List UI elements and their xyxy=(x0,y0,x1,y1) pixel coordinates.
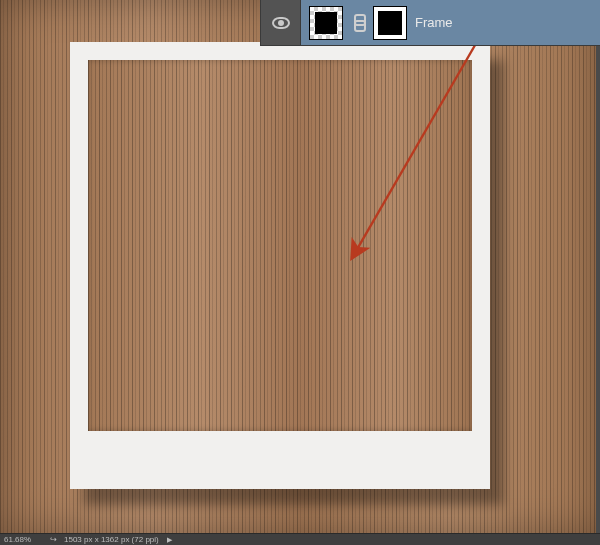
status-bar: 61.68% ↪ 1503 px x 1362 px (72 ppi) ▶ xyxy=(0,533,600,545)
panel-right-edge xyxy=(596,46,600,533)
app-stage: Frame 61.68% ↪ 1503 px x 1362 px (72 ppi… xyxy=(0,0,600,545)
polaroid-frame[interactable] xyxy=(70,42,490,489)
disclosure-icon[interactable]: ▶ xyxy=(167,534,172,546)
visibility-toggle[interactable] xyxy=(261,0,301,45)
document-info[interactable]: 1503 px x 1362 px (72 ppi) xyxy=(64,534,159,546)
polaroid-window xyxy=(88,60,472,431)
share-icon[interactable]: ↪ xyxy=(48,534,58,546)
chain-icon[interactable] xyxy=(351,14,365,32)
layer-name-label[interactable]: Frame xyxy=(415,15,453,30)
layer-thumbnail[interactable] xyxy=(309,6,343,40)
layers-panel-row[interactable]: Frame xyxy=(260,0,600,46)
layer-mask-thumbnail[interactable] xyxy=(373,6,407,40)
eye-icon xyxy=(272,17,290,29)
zoom-field[interactable]: 61.68% xyxy=(4,534,42,546)
layer-row-selected[interactable]: Frame xyxy=(301,0,600,45)
